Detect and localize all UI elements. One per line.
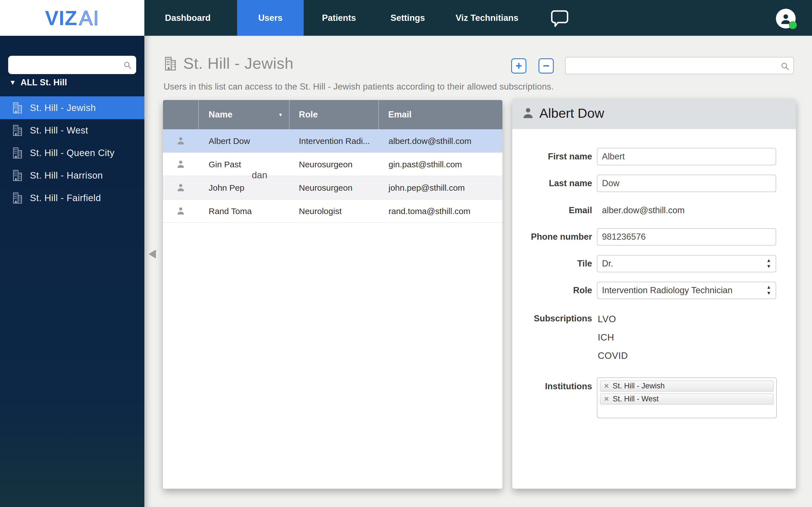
cell-email: john.pep@sthill.com [389,176,465,200]
column-divider [198,100,199,129]
buildings-icon [163,55,178,73]
chevron-down-icon: ▼ [9,78,16,87]
remove-tag-icon[interactable]: ✕ [600,395,613,403]
sidebar-search [8,56,136,74]
person-icon [521,106,536,122]
first-name-field[interactable] [602,149,760,165]
first-name-label: First name [517,148,592,165]
column-header-role[interactable]: Role [299,100,318,129]
cell-email: albert.dow@sthill.com [389,129,471,153]
institution-tag: ✕ St. Hill - Jewish [600,381,774,392]
institutions-label: Institutions [517,378,592,395]
spinner-arrows-icon: ▲▼ [766,284,771,296]
role-select[interactable]: Intervention Radiology Technician ▲▼ [597,282,776,299]
remove-tag-icon[interactable]: ✕ [600,383,613,390]
subscription-item: COVID [598,346,682,365]
cell-name: Rand Toma [209,200,252,223]
sort-descending-icon[interactable]: ▾ [279,100,282,129]
last-name-label: Last name [517,175,592,192]
table-row[interactable]: John Pep dan Neurosurgeon john.pep@sthil… [163,176,502,200]
nav-item-patients[interactable]: Patients [322,0,356,36]
last-name-field[interactable] [602,175,760,191]
institution-tag: ✕ St. Hill - West [600,393,774,404]
first-name-field-box [597,148,776,165]
column-divider [378,100,379,129]
person-icon [175,206,186,217]
column-header-name[interactable]: Name [209,100,232,129]
role-label: Role [517,282,592,299]
institutions-multiselect[interactable]: ✕ St. Hill - Jewish ✕ St. Hill - West [597,378,777,418]
buildings-icon [11,191,24,205]
cell-role: Intervention Radi... [299,129,370,153]
sidebar-group-all-st-hill[interactable]: ▼ ALL St. Hill [9,77,67,88]
institution-tag-label: St. Hill - West [613,395,659,403]
sidebar-item-label: St. Hill - Queen City [30,148,114,158]
search-icon [780,61,790,72]
title-label: Tile [517,255,592,272]
logo-ai-text: AI [79,6,99,30]
institution-tag-label: St. Hill - Jewish [613,382,665,390]
person-icon [175,135,186,147]
cell-email: gin.past@sthill.com [389,153,462,176]
sidebar-item-st-hill-west[interactable]: St. Hill - West [0,119,144,142]
nav-item-viz-technitians[interactable]: Viz Technitians [456,0,518,36]
cell-role: Neurosurgeon [299,153,352,176]
sidebar-item-st-hill-fairfield[interactable]: St. Hill - Fairfield [0,186,144,209]
cell-email: rand.toma@sthill.com [389,200,470,223]
users-table: Name ▾ Role Email Albert Dow Interventio… [163,100,502,489]
detail-header: Albert Dow [512,99,796,129]
sidebar-item-st-hill-jewish[interactable]: St. Hill - Jewish [0,96,144,119]
subscription-item: ICH [598,328,682,346]
sidebar-item-st-hill-queen-city[interactable]: St. Hill - Queen City [0,142,144,164]
sidebar-item-label: St. Hill - Fairfield [30,193,101,203]
page-subtitle: Users in this list can access to the St.… [163,82,554,92]
table-row[interactable]: Albert Dow Intervention Radi... albert.d… [163,129,502,153]
role-select-value: Intervention Radiology Technician [602,282,732,298]
user-avatar[interactable] [776,9,796,29]
nav-item-users[interactable]: Users [237,0,304,36]
top-navbar: VIZAI Dashboard Users Patients Settings … [0,0,812,36]
buildings-icon [11,124,24,137]
sidebar-collapse-icon[interactable] [149,249,156,259]
floating-edit-text: dan [252,170,267,180]
sidebar-item-st-hill-harrison[interactable]: St. Hill - Harrison [0,164,144,187]
last-name-field-box [597,175,776,192]
buildings-icon [11,147,24,159]
person-icon [175,182,186,194]
logo-viz-text: VIZ [45,6,77,30]
sidebar-search-input[interactable] [13,56,120,74]
remove-user-button[interactable]: − [539,58,554,73]
table-row[interactable]: Rand Toma Neurologist rand.toma@sthill.c… [163,200,502,223]
users-search-input[interactable] [570,57,776,74]
title-select-value: Dr. [602,256,613,272]
spinner-arrows-icon: ▲▼ [766,258,771,269]
phone-number-field[interactable] [602,229,760,245]
detail-user-name: Albert Dow [539,105,604,121]
cell-name: Albert Dow [209,129,250,153]
chat-bubble-icon[interactable] [550,10,569,27]
email-label: Email [517,202,592,219]
subscriptions-label: Subscriptions [517,310,592,327]
cell-name: Gin Past [209,153,241,176]
subscription-item: LVO [598,310,682,328]
add-user-button[interactable]: + [511,58,526,73]
nav-item-dashboard[interactable]: Dashboard [165,0,211,36]
phone-number-label: Phone number [517,228,592,245]
users-search [565,57,794,74]
title-select[interactable]: Dr. ▲▼ [597,255,776,272]
cell-name: John Pep [209,176,245,200]
user-detail-panel: Albert Dow First name Last name Email al… [512,99,796,489]
column-divider [289,100,290,129]
cell-role: Neurosurgeon [299,176,352,200]
person-icon [175,159,186,171]
online-status-dot [789,21,797,29]
nav-item-settings[interactable]: Settings [391,0,425,36]
app-logo: VIZAI [0,0,144,36]
column-header-email[interactable]: Email [388,100,412,129]
buildings-icon [11,101,24,114]
table-row[interactable]: Gin Past Neurosurgeon gin.past@sthill.co… [163,153,502,176]
sidebar-item-label: St. Hill - West [30,125,88,136]
sidebar-item-label: St. Hill - Jewish [30,103,96,113]
phone-number-field-box [597,228,776,245]
buildings-icon [11,169,24,182]
